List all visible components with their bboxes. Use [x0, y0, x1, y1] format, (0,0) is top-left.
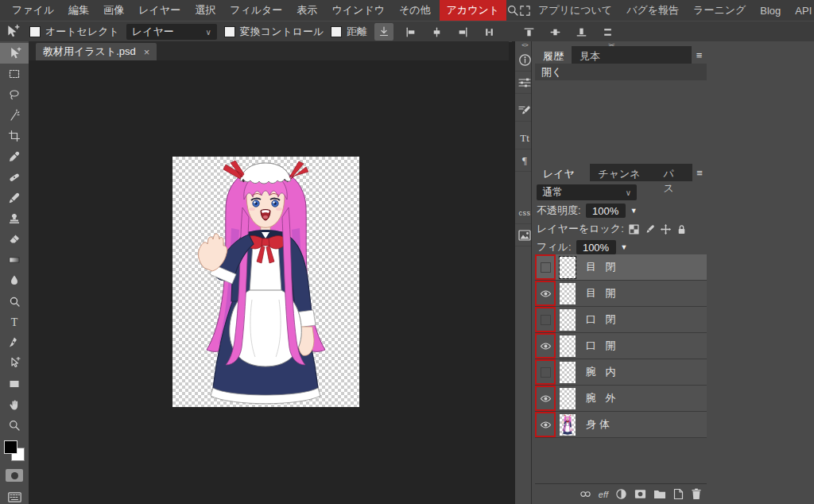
fullscreen-icon[interactable] [519, 1, 531, 20]
tab-history[interactable]: 履歴 [535, 46, 572, 64]
menu-item[interactable]: 編集 [61, 0, 96, 21]
layer-row[interactable]: 身体 [535, 412, 707, 438]
tab-channels[interactable]: チャンネル [590, 164, 655, 181]
new-layer-icon[interactable] [673, 488, 684, 500]
rect-select-tool[interactable] [0, 64, 29, 84]
path-select-tool[interactable] [0, 353, 29, 374]
hand-tool[interactable] [0, 394, 29, 415]
document-canvas[interactable] [172, 157, 359, 407]
menu-link[interactable]: バグを報告 [619, 0, 686, 21]
zoom-tool[interactable] [0, 415, 29, 436]
eraser-tool[interactable] [0, 229, 29, 250]
collapse-panel-icon[interactable]: <> [521, 41, 527, 49]
menu-link[interactable]: Blog [753, 2, 788, 20]
align-left-icon[interactable] [401, 23, 420, 41]
layer-thumbnail[interactable] [560, 414, 576, 436]
fill-value[interactable]: 100% [576, 240, 616, 254]
lasso-tool[interactable] [0, 84, 29, 105]
menu-item[interactable]: フィルター [223, 0, 289, 21]
gradient-tool[interactable] [0, 250, 29, 270]
lock-pixels-icon[interactable] [645, 224, 655, 235]
layer-thumbnail[interactable] [560, 257, 576, 278]
layer-row[interactable]: 目 開 [535, 281, 707, 307]
blur-tool[interactable] [0, 270, 29, 291]
close-icon[interactable]: × [144, 46, 150, 58]
layer-row[interactable]: 目 閉 [535, 254, 707, 281]
adjustment-layer-icon[interactable] [615, 488, 627, 500]
delete-layer-icon[interactable] [691, 488, 702, 500]
distance-checkbox[interactable] [331, 26, 342, 37]
layer-row[interactable]: 口 閉 [535, 307, 707, 333]
opacity-slider-arrow-icon[interactable]: ▼ [630, 207, 638, 215]
menu-link[interactable]: API [788, 2, 814, 20]
new-folder-icon[interactable] [653, 489, 666, 499]
dodge-tool[interactable] [0, 291, 29, 312]
search-icon[interactable] [506, 1, 519, 20]
menu-link[interactable]: ラーニング [686, 0, 753, 21]
menu-item[interactable]: レイヤー [131, 0, 188, 21]
menu-item[interactable]: 表示 [289, 0, 324, 21]
type-tool[interactable]: T [0, 312, 29, 332]
eyedropper-tool[interactable] [0, 146, 29, 167]
tab-swatches[interactable]: 見本 [572, 46, 608, 64]
distribute-v-icon[interactable] [598, 23, 617, 41]
move-tool[interactable] [0, 43, 29, 64]
align-right-icon[interactable] [453, 23, 472, 41]
account-menu-item[interactable]: アカウント [440, 0, 507, 21]
menu-item[interactable]: 画像 [96, 0, 131, 21]
auto-select-checkbox[interactable] [29, 26, 41, 37]
spot-heal-tool[interactable] [0, 167, 29, 188]
keyboard-shortcuts-button[interactable] [0, 487, 29, 504]
layer-visibility-toggle[interactable] [535, 412, 556, 437]
layer-visibility-toggle[interactable] [535, 359, 556, 385]
menu-link[interactable]: アプリについて [531, 0, 619, 21]
layer-row[interactable]: 腕 内 [535, 359, 707, 386]
color-swatches[interactable] [4, 440, 25, 461]
brush-tool[interactable] [0, 188, 29, 208]
lock-all-icon[interactable] [676, 224, 687, 235]
history-entry[interactable]: 開く [535, 64, 707, 80]
layers-panel-menu-icon[interactable]: ≡ [691, 164, 707, 181]
layer-thumbnail[interactable] [560, 335, 576, 357]
distribute-h-icon[interactable] [479, 23, 498, 41]
pen-tool[interactable] [0, 332, 29, 353]
layer-visibility-toggle[interactable] [535, 386, 556, 411]
fill-slider-arrow-icon[interactable]: ▼ [621, 243, 628, 251]
align-middle-icon[interactable] [545, 23, 564, 41]
layer-row[interactable]: 腕 外 [535, 386, 707, 412]
layer-thumbnail[interactable] [560, 309, 576, 331]
layer-mask-icon[interactable] [634, 489, 646, 499]
layer-thumbnail[interactable] [560, 283, 576, 304]
layer-effects-button[interactable]: eff [599, 490, 608, 499]
lock-position-icon[interactable] [661, 224, 671, 235]
menu-item[interactable]: ウインドウ [324, 0, 392, 21]
menu-item[interactable]: 選択 [188, 0, 223, 21]
align-center-h-icon[interactable] [427, 23, 446, 41]
align-to-canvas-button[interactable] [374, 23, 393, 41]
lock-transparency-icon[interactable] [629, 224, 639, 235]
rect-shape-tool[interactable] [0, 374, 29, 394]
foreground-color-swatch[interactable] [4, 440, 17, 454]
menu-item[interactable]: その他 [392, 0, 438, 21]
layer-visibility-toggle[interactable] [535, 281, 556, 306]
magic-wand-tool[interactable] [0, 105, 29, 126]
document-tab[interactable]: 教材用イラスト.psd × [36, 43, 157, 60]
menu-item[interactable]: ファイル [5, 0, 61, 21]
history-panel-menu-icon[interactable]: ≡ [690, 46, 707, 64]
transform-controls-checkbox[interactable] [224, 26, 235, 37]
layer-row[interactable]: 口 開 [535, 333, 707, 359]
clone-stamp-tool[interactable] [0, 208, 29, 229]
move-target-select[interactable]: レイヤー ∨ [126, 24, 217, 40]
tab-paths[interactable]: パス [655, 164, 691, 181]
layer-thumbnail[interactable] [560, 388, 576, 409]
align-top-icon[interactable] [519, 23, 538, 41]
opacity-value[interactable]: 100% [586, 204, 626, 218]
layer-visibility-toggle[interactable] [535, 254, 556, 280]
link-layers-icon[interactable] [579, 490, 591, 498]
tab-layers[interactable]: レイヤー [535, 164, 590, 181]
align-bottom-icon[interactable] [572, 23, 591, 41]
blend-mode-select[interactable]: 通常 ∨ [537, 184, 637, 200]
layer-visibility-toggle[interactable] [535, 307, 556, 332]
crop-tool[interactable] [0, 126, 29, 146]
quick-mask-button[interactable] [6, 469, 23, 482]
